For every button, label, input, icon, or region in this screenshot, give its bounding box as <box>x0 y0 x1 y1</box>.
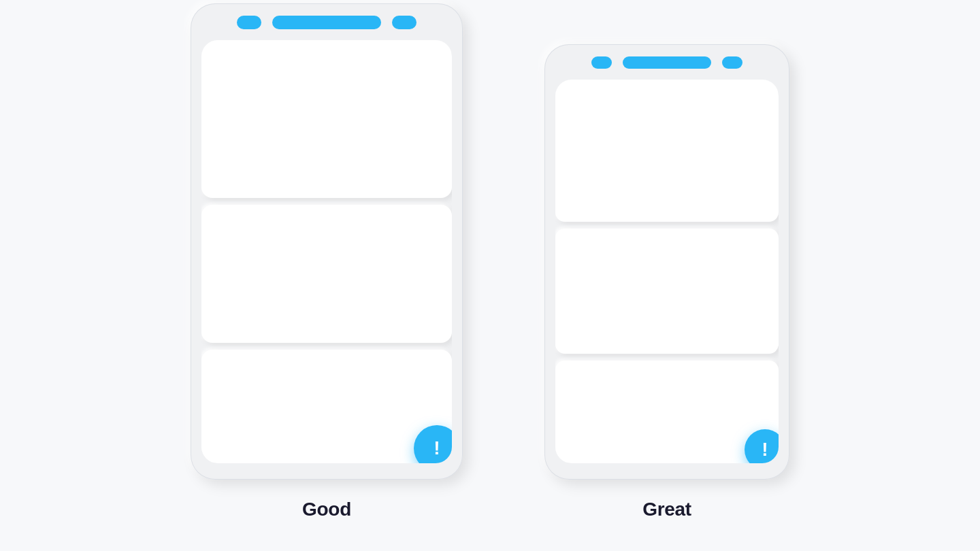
great-header-left-dot <box>591 56 612 69</box>
good-phone-wrapper: ! Good <box>191 3 463 520</box>
great-fab-icon: ! <box>762 440 768 459</box>
good-header-left-dot <box>237 16 261 29</box>
great-card-1 <box>555 80 779 222</box>
comparison-container: ! Good ! Great <box>191 3 789 548</box>
great-header-right-dot <box>722 56 742 69</box>
good-phone-body: ! <box>201 40 452 463</box>
great-phone-wrapper: ! Great <box>544 44 789 520</box>
good-phone-frame: ! <box>191 3 463 480</box>
great-phone-header <box>555 56 779 69</box>
good-header-bar <box>272 16 381 29</box>
good-label: Good <box>302 499 351 520</box>
good-fab-button[interactable]: ! <box>414 425 452 463</box>
great-header-bar <box>623 56 711 69</box>
good-fab-icon: ! <box>434 439 440 458</box>
great-label: Great <box>642 499 691 520</box>
great-fab-button[interactable]: ! <box>745 429 779 463</box>
good-card-1 <box>201 40 452 198</box>
good-card-2 <box>201 205 452 344</box>
good-header-right-dot <box>392 16 416 29</box>
good-phone-header <box>201 16 452 29</box>
great-phone-frame: ! <box>544 44 789 480</box>
great-card-3: ! <box>555 361 779 463</box>
great-phone-body: ! <box>555 80 779 463</box>
great-card-2 <box>555 229 779 354</box>
good-card-3: ! <box>201 350 452 463</box>
